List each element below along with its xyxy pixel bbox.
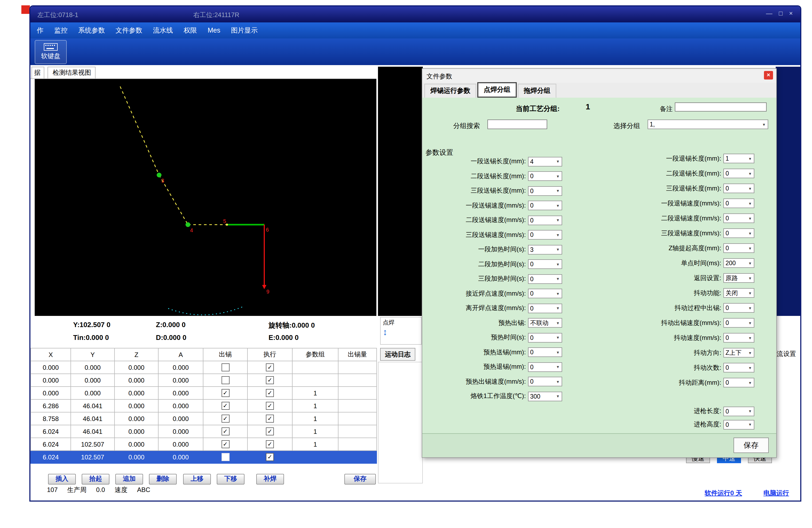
table-row[interactable]: 6.02446.0410.0000.0001 [31,425,377,438]
extra-param-dropdown-2[interactable]: 0▼ [723,420,754,429]
chuxi-checkbox[interactable] [221,376,229,384]
table-row[interactable]: 6.024102.5070.0000.000 [31,451,377,464]
menu-item-1[interactable]: 作 [31,24,49,37]
left-param-dropdown-16[interactable]: 0▼ [528,377,562,386]
tab-data[interactable]: 据 [31,67,44,78]
left-param-dropdown-17[interactable]: 300▼ [528,392,562,401]
left-param-dropdown-12[interactable]: 不联动▼ [528,318,562,328]
footer-link-2[interactable]: 电脑运行 [764,489,789,498]
soft-keyboard-button[interactable]: 软键盘 [35,40,67,64]
right-param-dropdown-7[interactable]: 0▼ [723,243,754,253]
cell-z: 0.000 [115,374,158,386]
chuxi-checkbox[interactable] [221,440,229,448]
edit-button-6[interactable]: 下移 [217,474,245,484]
tab-detection-result-view[interactable]: 检测结果视图 [48,67,96,78]
zhixing-checkbox[interactable] [266,415,274,423]
table-row[interactable]: 8.75846.0410.0000.0001 [31,412,377,425]
left-param-dropdown-10[interactable]: 0▼ [528,289,562,298]
left-param-dropdown-13[interactable]: 0▼ [528,333,562,342]
select-group-dropdown[interactable]: 1, ▼ [648,119,768,129]
right-param-dropdown-8[interactable]: 200▼ [723,258,754,268]
edit-button-7[interactable]: 补焊 [256,474,284,484]
left-param-dropdown-14[interactable]: 0▼ [528,348,562,357]
left-param-dropdown-7[interactable]: 3▼ [528,245,562,254]
maximize-icon[interactable]: □ [779,10,783,17]
zhixing-checkbox[interactable] [266,440,274,448]
table-save-button[interactable]: 保存 [344,474,376,484]
left-param-dropdown-9[interactable]: 0▼ [528,274,562,284]
edit-button-1[interactable]: 插入 [48,474,76,484]
right-param-dropdown-6[interactable]: 0▼ [723,229,754,238]
edit-button-2[interactable]: 拾起 [82,474,110,484]
extra-param-dropdown-1[interactable]: 0▼ [723,406,754,416]
edit-button-3[interactable]: 追加 [115,474,143,484]
left-param-dropdown-4[interactable]: 0▼ [528,201,562,210]
menu-item-4[interactable]: 文件参数 [110,24,148,37]
right-param-dropdown-3[interactable]: 0▼ [723,184,754,193]
left-param-dropdown-6[interactable]: 0▼ [528,230,562,240]
edit-button-4[interactable]: 删除 [149,474,177,484]
menu-item-5[interactable]: 流水线 [148,24,178,37]
right-param-dropdown-11[interactable]: 0▼ [723,303,754,313]
table-row[interactable]: 0.0000.0000.0000.000 [31,361,377,374]
footer-link-1[interactable]: 软件运行0 天 [705,489,742,498]
dialog-close-button[interactable]: × [764,71,773,79]
left-param-dropdown-11[interactable]: 0▼ [528,304,562,313]
right-param-dropdown-5[interactable]: 0▼ [723,214,754,223]
chuxi-checkbox[interactable] [221,453,229,461]
left-param-dropdown-1[interactable]: 4▼ [528,157,562,166]
chuxi-checkbox[interactable] [221,363,229,371]
left-param-dropdown-15[interactable]: 0▼ [528,362,562,372]
dialog-tab-2[interactable]: 点焊分组 [477,82,517,98]
right-param-dropdown-1[interactable]: 1▼ [723,154,754,163]
menu-item-3[interactable]: 系统参数 [73,24,110,37]
dialog-save-button[interactable]: 保存 [734,438,769,453]
dialog-tab-3[interactable]: 拖焊分组 [518,84,556,98]
zhixing-checkbox[interactable] [266,363,274,371]
zhixing-checkbox[interactable] [266,427,274,436]
path-canvas[interactable]: 3 4 5 6 9 [35,79,376,316]
zhixing-checkbox[interactable] [266,389,274,397]
zhixing-checkbox[interactable] [266,376,274,384]
group-search-input[interactable] [488,119,547,129]
dialog-titlebar[interactable]: 文件参数 × [422,69,776,83]
dialog-tab-1[interactable]: 焊锡运行参数 [424,84,476,98]
right-param-dropdown-10[interactable]: 关闭▼ [723,288,754,298]
table-row[interactable]: 6.28646.0410.0000.0001 [31,399,377,412]
tab-motion-log[interactable]: 运动日志 [380,348,415,361]
menu-item-7[interactable]: Mes [202,25,226,36]
chuxi-checkbox[interactable] [221,415,229,423]
table-row[interactable]: 6.024102.5070.0000.0001 [31,438,377,451]
runtime-footer: 软件运行0 天电脑运行 [705,489,789,498]
menu-item-8[interactable]: 图片显示 [226,24,263,37]
right-station-title: 右工位:241117R [193,11,240,20]
right-param-dropdown-9[interactable]: 原路▼ [723,273,754,283]
left-param-dropdown-8[interactable]: 0▼ [528,260,562,269]
remark-input[interactable] [675,102,767,112]
chuxi-checkbox[interactable] [221,402,229,410]
right-param-dropdown-13[interactable]: 0▼ [723,333,754,342]
right-param-dropdown-15[interactable]: 0▼ [723,363,754,372]
left-param-dropdown-2[interactable]: 0▼ [528,172,562,181]
left-param-dropdown-5[interactable]: 0▼ [528,216,562,225]
table-row[interactable]: 0.0000.0000.0000.000 [31,374,377,386]
zhixing-checkbox[interactable] [266,453,274,461]
table-row[interactable]: 0.0000.0000.0000.0001 [31,386,377,399]
right-param-dropdown-12[interactable]: 0▼ [723,318,754,328]
zhixing-checkbox[interactable] [266,402,274,410]
chevron-down-icon: ▼ [746,381,754,384]
dianhan-mode-box[interactable]: 点焊 ↕ [380,317,422,345]
edit-button-5[interactable]: 上移 [183,474,211,484]
menu-item-6[interactable]: 权限 [178,24,202,37]
minimize-icon[interactable]: — [766,10,772,17]
right-param-dropdown-2[interactable]: 0▼ [723,168,754,178]
menu-item-2[interactable]: 监控 [49,24,73,37]
close-icon[interactable]: × [789,10,793,17]
chuxi-checkbox[interactable] [221,389,229,397]
chuxi-checkbox[interactable] [221,427,229,436]
title-bar[interactable]: 左工位:0718-1 右工位:241117R — □ × [30,6,800,23]
right-param-dropdown-4[interactable]: 0▼ [723,199,754,208]
right-param-dropdown-14[interactable]: Z上下▼ [723,348,754,357]
right-param-dropdown-16[interactable]: 0▼ [723,378,754,387]
left-param-dropdown-3[interactable]: 0▼ [528,186,562,196]
